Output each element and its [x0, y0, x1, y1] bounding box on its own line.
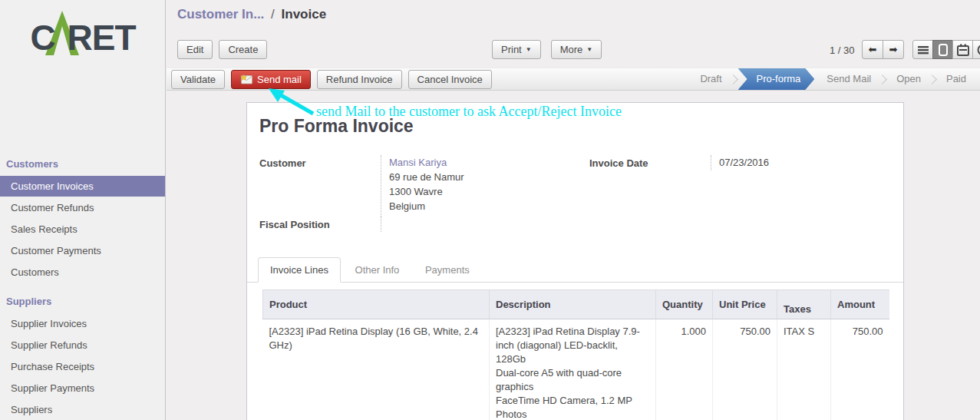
table-row[interactable]: [A2323] iPad Retina Display (16 GB, Whit… — [263, 319, 889, 420]
customer-address-line: Belgium — [389, 199, 589, 213]
cell-taxes: ITAX S — [777, 319, 831, 420]
sidebar-item-customer-refunds[interactable]: Customer Refunds — [0, 197, 165, 218]
annotation-text: send Mail to the customer to ask Accept/… — [316, 104, 622, 120]
sidebar-section-suppliers: Suppliers — [0, 289, 165, 313]
invoice-lines-table: Product Description Quantity Unit Price … — [262, 289, 889, 420]
tab-invoice-lines[interactable]: Invoice Lines — [258, 257, 341, 283]
fiscal-position-label: Fiscal Position — [259, 217, 381, 232]
sidebar: C RET Customers Customer Invoices Custom… — [0, 0, 166, 420]
sidebar-item-supplier-invoices[interactable]: Supplier Invoices — [0, 313, 165, 334]
invoice-date-label: Invoice Date — [589, 155, 711, 170]
table-header-row: Product Description Quantity Unit Price … — [263, 290, 889, 319]
logo-text-prefix: C — [30, 20, 54, 55]
fiscal-position-value — [381, 217, 589, 232]
sidebar-item-customer-payments[interactable]: Customer Payments — [0, 240, 165, 261]
sidebar-item-sales-receipts[interactable]: Sales Receipts — [0, 219, 165, 240]
column-header-unit-price[interactable]: Unit Price — [713, 290, 777, 319]
customer-link[interactable]: Mansi Kariya — [389, 155, 589, 170]
invoice-date-value: 07/23/2016 — [711, 155, 889, 170]
field-group: Customer Mansi Kariya 69 rue de Namur 13… — [259, 155, 891, 232]
customer-field-label: Customer — [259, 155, 381, 217]
column-header-amount[interactable]: Amount — [831, 290, 889, 319]
notebook-tabs: Invoice Lines Other Info Payments — [247, 256, 903, 283]
sidebar-item-supplier-refunds[interactable]: Supplier Refunds — [0, 335, 165, 356]
cell-amount: 750.00 — [831, 319, 889, 420]
customer-field-value: Mansi Kariya 69 rue de Namur 1300 Wavre … — [381, 155, 589, 217]
caret-logo: C RET — [0, 11, 166, 55]
cell-description: [A2323] iPad Retina Display 7.9-inch (di… — [490, 319, 656, 420]
invoice-form-sheet: Pro Forma Invoice Customer Mansi Kariya … — [246, 102, 904, 420]
sidebar-item-customers[interactable]: Customers — [0, 262, 165, 283]
customer-address-line: 1300 Wavre — [389, 184, 589, 199]
customer-address-line: 69 rue de Namur — [389, 170, 589, 184]
sidebar-item-customer-invoices[interactable]: Customer Invoices — [0, 176, 165, 197]
sidebar-item-supplier-payments[interactable]: Supplier Payments — [0, 378, 165, 399]
column-header-taxes[interactable]: Taxes — [777, 290, 831, 319]
sidebar-nav: Customers Customer Invoices Customer Ref… — [0, 152, 165, 420]
logo-text-suffix: RET — [68, 20, 136, 55]
cell-unit-price: 750.00 — [713, 319, 777, 420]
column-header-product[interactable]: Product — [263, 290, 490, 319]
cell-quantity: 1.000 — [656, 319, 713, 420]
column-header-quantity[interactable]: Quantity — [656, 290, 713, 319]
column-header-description[interactable]: Description — [490, 290, 656, 319]
cell-product: [A2323] iPad Retina Display (16 GB, Whit… — [263, 319, 490, 420]
tab-payments[interactable]: Payments — [414, 258, 481, 282]
sidebar-section-customers: Customers — [0, 152, 165, 175]
tab-other-info[interactable]: Other Info — [344, 258, 411, 282]
sidebar-item-suppliers[interactable]: Suppliers — [0, 399, 165, 420]
sidebar-item-purchase-receipts[interactable]: Purchase Receipts — [0, 356, 165, 377]
